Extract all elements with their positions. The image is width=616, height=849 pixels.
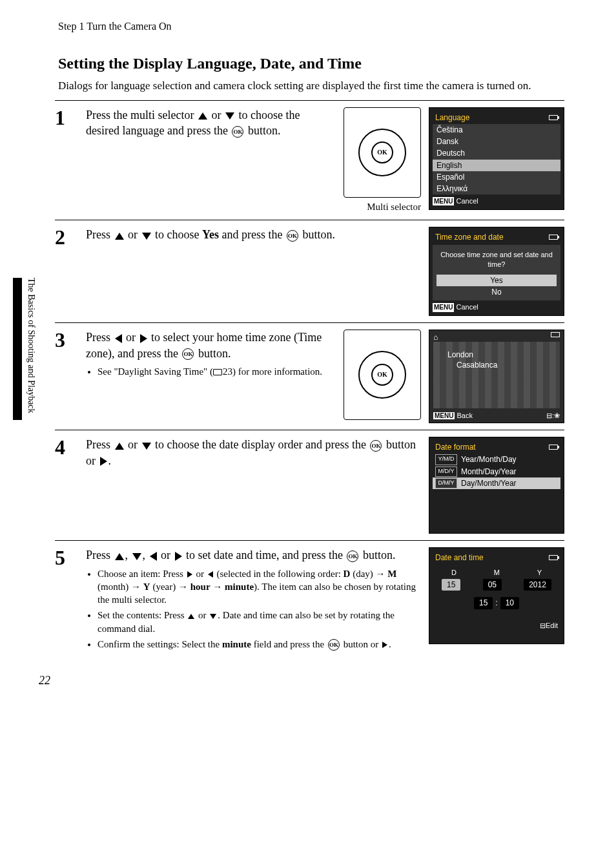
- yes-bold: Yes: [202, 228, 219, 241]
- t: button or: [341, 639, 381, 649]
- screen-title: Language: [435, 112, 469, 123]
- city-label: Casablanca: [457, 360, 497, 370]
- step-text: Press the multi selector or to choose th…: [86, 107, 332, 213]
- t: Press: [86, 549, 114, 561]
- t: or: [161, 549, 174, 561]
- right-triangle-icon: [187, 571, 192, 578]
- step-text: Press , , or to set date and time, and p…: [86, 547, 417, 653]
- down-triangle-icon: [225, 112, 234, 120]
- t: button.: [248, 124, 281, 137]
- timezone-map-screen: ⌂ London Casablanca MENU Back ⊟:❀: [429, 330, 564, 423]
- no-option[interactable]: No: [436, 286, 557, 298]
- multi-selector-diagram: OK: [344, 107, 421, 198]
- format-option[interactable]: Y/M/DYear/Month/Day: [433, 454, 560, 465]
- t: or: [196, 610, 209, 620]
- language-screen: Language Čeština Dansk Deutsch English E…: [429, 107, 564, 210]
- abbr: D/M/Y: [435, 478, 457, 488]
- t: See "Daylight Saving Time" (: [98, 366, 213, 377]
- t: Choose an item: Press: [98, 569, 186, 579]
- month-value[interactable]: 05: [483, 579, 502, 591]
- list-item[interactable]: Čeština: [433, 124, 560, 136]
- t: Set the contents: Press: [98, 610, 187, 620]
- date-time-screen: Date and time D M Y 15 05 2012 15 : 10 ⊟…: [429, 547, 564, 644]
- left-triangle-icon: [150, 552, 157, 561]
- t: or: [126, 331, 139, 344]
- timezone-prompt-screen: Time zone and date Choose time zone and …: [429, 227, 564, 316]
- battery-icon: [549, 115, 558, 120]
- right-triangle-icon: [382, 642, 387, 648]
- edit-label[interactable]: Edit: [546, 622, 558, 629]
- list-item[interactable]: Dansk: [433, 136, 560, 147]
- step-2: 2 Press or to choose Yes and press the O…: [55, 227, 564, 316]
- t: to set date and time, and press the: [186, 549, 345, 561]
- minute-bold: minute: [225, 582, 254, 592]
- list-item-selected[interactable]: English: [433, 160, 560, 171]
- bullet: See "Daylight Saving Time" (23) for more…: [98, 365, 332, 378]
- prompt-text: Choose time zone and set date and time?: [436, 250, 557, 269]
- day-value[interactable]: 15: [442, 579, 460, 591]
- t: or: [128, 228, 141, 241]
- page-number: 22: [39, 673, 564, 688]
- label: Day/Month/Year: [461, 478, 517, 488]
- step-text: Press or to choose the date display orde…: [86, 437, 417, 534]
- m-bold: M: [387, 569, 396, 579]
- format-option-selected[interactable]: D/M/YDay/Month/Year: [433, 477, 560, 489]
- hour-bold: hour: [190, 582, 210, 592]
- t: .: [389, 639, 391, 649]
- m-label: M: [494, 568, 500, 578]
- y-label: Y: [537, 568, 542, 578]
- t: or: [128, 438, 141, 451]
- cancel-label[interactable]: Cancel: [456, 302, 478, 312]
- step-number: 2: [55, 227, 74, 316]
- t: →: [210, 582, 225, 592]
- colon: :: [495, 598, 497, 608]
- t: button.: [363, 549, 396, 561]
- divider: [55, 322, 564, 323]
- t: or: [211, 109, 224, 121]
- edit-icon: ⊟: [540, 622, 546, 629]
- book-icon: [213, 369, 222, 375]
- ok-icon: OK: [287, 230, 298, 242]
- t: or: [194, 569, 207, 579]
- down-triangle-icon: [132, 553, 141, 560]
- minute-value[interactable]: 10: [500, 597, 519, 609]
- t: button.: [302, 228, 335, 241]
- t: Confirm the settings: Select the: [98, 639, 222, 649]
- year-value[interactable]: 2012: [524, 579, 551, 591]
- hour-value[interactable]: 15: [474, 597, 493, 609]
- header-step: Step 1 Turn the Camera On: [58, 19, 564, 34]
- section-tab: The Basics of Shooting and Playback: [13, 278, 37, 420]
- bullet: Set the contents: Press or . Date and ti…: [98, 609, 417, 635]
- step-text: Press or to select your home time zone (…: [86, 330, 332, 423]
- back-label[interactable]: Back: [457, 412, 473, 419]
- label: Month/Day/Year: [461, 466, 517, 477]
- down-triangle-icon: [142, 443, 151, 450]
- down-triangle-icon: [142, 233, 151, 240]
- left-triangle-icon: [115, 334, 122, 343]
- abbr: M/D/Y: [435, 466, 457, 477]
- list-item[interactable]: Ελληνικά: [433, 183, 560, 194]
- list-item[interactable]: Deutsch: [433, 147, 560, 159]
- t: button.: [198, 347, 231, 360]
- battery-icon: [549, 555, 558, 560]
- step-number: 3: [55, 330, 74, 423]
- step-number: 1: [55, 107, 74, 213]
- bullet: Confirm the settings: Select the minute …: [98, 638, 417, 651]
- yes-option[interactable]: Yes: [436, 275, 557, 286]
- abbr: Y/M/D: [435, 454, 457, 465]
- t: to choose: [155, 228, 202, 241]
- t: ,: [143, 549, 149, 561]
- t: ,: [125, 549, 131, 561]
- screen-title: Date and time: [435, 552, 484, 563]
- screen-title: Date format: [435, 442, 476, 452]
- list-item[interactable]: Español: [433, 171, 560, 183]
- t: Press: [86, 438, 114, 451]
- cancel-label[interactable]: Cancel: [456, 196, 478, 206]
- t: (year) →: [150, 582, 190, 592]
- ok-icon: OK: [377, 371, 387, 380]
- page-title: Setting the Display Language, Date, and …: [58, 53, 564, 74]
- y-bold: Y: [143, 582, 150, 592]
- t: (selected in the following order:: [214, 569, 344, 579]
- format-option[interactable]: M/D/YMonth/Day/Year: [433, 466, 560, 477]
- t: Press: [86, 228, 114, 241]
